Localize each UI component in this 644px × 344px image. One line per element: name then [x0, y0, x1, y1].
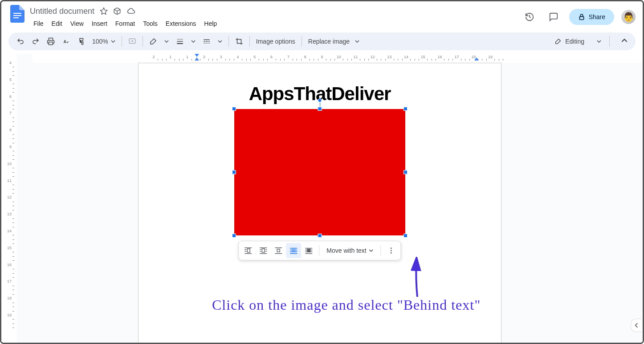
menu-extensions[interactable]: Extensions [162, 18, 200, 29]
image-position-toolbar: Move with text [238, 241, 401, 260]
share-label: Share [589, 13, 605, 20]
resize-handle-nw[interactable] [232, 107, 236, 111]
comments-icon[interactable] [545, 8, 562, 25]
spellcheck-button[interactable] [59, 35, 73, 48]
zoom-dropdown[interactable]: 100% [90, 36, 118, 47]
svg-rect-36 [277, 249, 280, 252]
svg-rect-13 [205, 43, 206, 44]
document-title[interactable]: Untitled document [30, 7, 94, 16]
docs-logo[interactable] [8, 5, 26, 23]
svg-rect-25 [247, 249, 250, 252]
svg-rect-39 [290, 248, 297, 249]
wrap-inline-button[interactable] [240, 243, 256, 258]
svg-rect-27 [245, 253, 252, 254]
rotate-handle[interactable] [318, 98, 322, 102]
resize-handle-w[interactable] [232, 170, 236, 174]
svg-rect-5 [177, 39, 183, 40]
svg-point-48 [391, 247, 392, 249]
wrap-front-text-button[interactable] [301, 243, 316, 258]
selected-image[interactable] [234, 109, 405, 235]
menu-file[interactable]: File [30, 18, 47, 29]
svg-rect-16 [209, 43, 210, 44]
svg-point-49 [391, 250, 392, 251]
svg-rect-2 [13, 17, 19, 18]
svg-rect-47 [307, 249, 310, 252]
print-button[interactable] [44, 35, 57, 48]
resize-handle-n[interactable] [318, 107, 322, 111]
document-page[interactable]: AppsThatDeliver [138, 63, 501, 344]
menu-view[interactable]: View [67, 18, 87, 29]
svg-rect-0 [13, 13, 21, 14]
image-options-button[interactable]: Image options [253, 38, 298, 45]
add-comment-button[interactable] [126, 35, 139, 48]
crop-button[interactable] [232, 35, 246, 48]
svg-rect-15 [208, 43, 208, 44]
svg-rect-23 [245, 247, 252, 248]
svg-rect-6 [177, 41, 183, 42]
horizontal-ruler: 2112345678910111213141516171819 [33, 54, 643, 63]
star-icon[interactable] [100, 7, 108, 15]
show-side-panel-button[interactable] [631, 319, 641, 332]
history-icon[interactable] [521, 8, 538, 25]
border-dash-dropdown[interactable] [215, 35, 225, 48]
border-dash-button[interactable] [200, 35, 213, 48]
move-with-text-button[interactable]: Move with text [322, 244, 378, 257]
wrap-text-button[interactable] [256, 243, 271, 258]
wrap-break-button[interactable] [271, 243, 286, 258]
menu-tools[interactable]: Tools [139, 18, 161, 29]
svg-rect-41 [290, 251, 297, 252]
svg-rect-24 [245, 249, 246, 250]
border-weight-dropdown[interactable] [188, 35, 198, 48]
redo-button[interactable] [29, 35, 42, 48]
menu-help[interactable]: Help [200, 18, 220, 29]
paint-format-button[interactable] [74, 35, 88, 48]
svg-rect-12 [204, 43, 204, 44]
border-weight-button[interactable] [173, 35, 187, 48]
svg-rect-43 [305, 248, 312, 249]
resize-handle-ne[interactable] [404, 107, 408, 111]
svg-rect-33 [265, 251, 267, 252]
vertical-ruler: 45678910111213141516171819 [1, 54, 17, 344]
border-color-button[interactable] [147, 35, 160, 48]
share-button[interactable]: Share [569, 9, 614, 25]
svg-rect-32 [260, 251, 261, 252]
resize-handle-e[interactable] [404, 170, 408, 174]
svg-rect-28 [260, 247, 267, 248]
editing-mode-button[interactable]: Editing [550, 35, 606, 48]
svg-rect-3 [579, 16, 583, 20]
svg-rect-35 [275, 247, 282, 248]
menu-bar: File Edit View Insert Format Tools Exten… [30, 18, 521, 29]
account-avatar[interactable]: 👨 [621, 10, 636, 24]
svg-rect-42 [290, 253, 297, 254]
more-options-button[interactable] [384, 243, 399, 258]
wrap-behind-text-button[interactable] [286, 243, 301, 258]
move-icon[interactable] [113, 7, 121, 15]
resize-handle-s[interactable] [318, 234, 322, 238]
toolbar: 100% Image options Replace image Editing [8, 32, 636, 50]
svg-rect-9 [204, 41, 205, 42]
svg-rect-37 [275, 253, 282, 254]
svg-rect-34 [260, 253, 267, 254]
menu-format[interactable]: Format [112, 18, 139, 29]
menu-edit[interactable]: Edit [48, 18, 66, 29]
svg-rect-46 [305, 253, 312, 254]
svg-rect-26 [245, 251, 246, 252]
menu-insert[interactable]: Insert [88, 18, 111, 29]
svg-rect-7 [177, 43, 183, 44]
cloud-status-icon[interactable] [126, 7, 135, 16]
resize-handle-se[interactable] [404, 234, 408, 238]
resize-handle-sw[interactable] [232, 234, 236, 238]
svg-rect-31 [265, 249, 267, 250]
svg-rect-10 [206, 41, 208, 42]
svg-rect-8 [204, 40, 210, 40]
svg-rect-30 [260, 249, 261, 250]
border-dropdown[interactable] [162, 35, 171, 48]
undo-button[interactable] [14, 35, 27, 48]
svg-point-50 [391, 252, 392, 254]
replace-image-button[interactable]: Replace image [306, 38, 352, 45]
collapse-toolbar-button[interactable] [619, 35, 630, 48]
svg-rect-1 [13, 15, 21, 16]
svg-rect-40 [290, 250, 297, 251]
svg-rect-29 [262, 249, 265, 252]
svg-rect-11 [208, 41, 210, 42]
